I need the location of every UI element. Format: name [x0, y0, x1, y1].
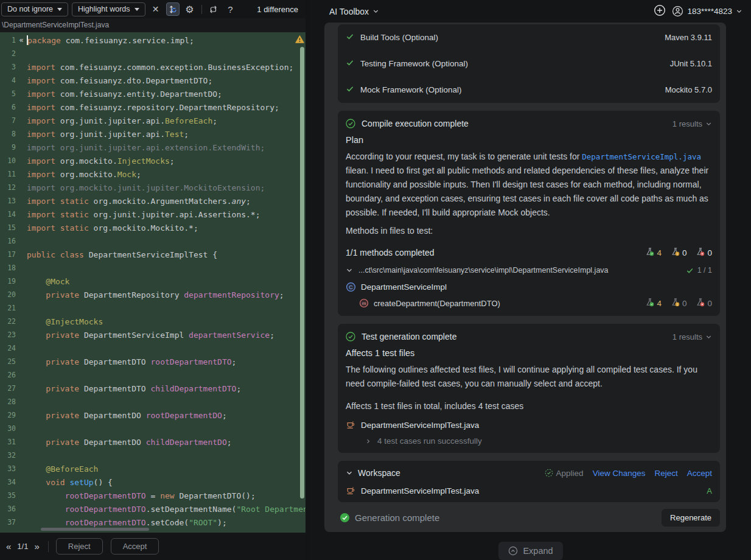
class-row[interactable]: C DepartmentServiceImpl — [346, 282, 712, 292]
line-number: 20 — [0, 290, 16, 299]
code-text: private DepartmentRepository departmentR… — [27, 290, 306, 299]
chevron-down-icon — [372, 8, 379, 15]
flask-warn-icon — [671, 247, 680, 258]
diff-bottom-bar: « 1/1 » Reject Accept — [0, 533, 306, 560]
workspace-title: Workspace — [358, 468, 400, 478]
next-difference-button[interactable]: » — [33, 541, 40, 552]
regenerate-button[interactable]: Regenerate — [662, 509, 720, 527]
code-line: 16 — [0, 234, 306, 248]
expand-label: Expand — [523, 546, 553, 556]
chevron-down-icon[interactable] — [346, 469, 353, 477]
workspace-accept-link[interactable]: Accept — [687, 469, 712, 478]
testgen-summary: Affects 1 test files in total, includes … — [346, 401, 712, 411]
inspection-warning-icon[interactable] — [295, 35, 304, 46]
code-text: public class DepartmentServiceImplTest { — [27, 250, 306, 259]
env-label: Mock Framework (Optional) — [360, 85, 462, 94]
applied-status: Applied — [545, 469, 584, 478]
compile-results-dropdown[interactable]: 1 results — [672, 119, 712, 128]
reject-button[interactable]: Reject — [56, 538, 103, 555]
env-value: Mockito 5.7.0 — [665, 85, 712, 94]
accept-button[interactable]: Accept — [111, 538, 159, 555]
diff-pane: Do not ignore Highlight words ✕ ⚙ — [0, 0, 306, 560]
ai-toolbox-header: AI Toolbox — [310, 0, 751, 23]
code-line: 26 — [0, 368, 306, 382]
check-icon — [346, 85, 354, 95]
run-status-row[interactable]: 4 test cases run successfully — [346, 436, 712, 446]
code-text: @BeforeEach — [27, 464, 306, 474]
line-number: 13 — [0, 197, 16, 205]
sync-scroll-icon[interactable] — [166, 2, 180, 16]
account-menu[interactable]: 183****4823 — [672, 5, 742, 17]
method-row[interactable]: m createDepartment(DepartmentDTO) 400 — [346, 298, 712, 309]
code-text: rootDepartmentDTO.setCode("ROOT"); — [27, 518, 306, 527]
code-line: 21 — [0, 301, 306, 315]
code-line: 9import org.junit.jupiter.api.extension.… — [0, 141, 306, 154]
help-icon[interactable]: ? — [224, 2, 237, 16]
file-link[interactable]: DepartmentServiceImpl.java — [582, 152, 701, 161]
status-check-icon — [346, 119, 355, 128]
test-badge-warn: 0 — [671, 247, 687, 258]
code-line: 34 void setUp() { — [0, 475, 306, 489]
file-row[interactable]: ...ct\src\main\java\com\feisuanyz\servic… — [346, 266, 712, 275]
code-line: 12import org.mockito.junit.jupiter.Mocki… — [0, 181, 306, 194]
code-line: 4import com.feisuanyz.dto.DepartmentDTO; — [0, 74, 306, 87]
expand-button[interactable]: Expand — [498, 542, 562, 560]
horizontal-scrollbar-thumb[interactable] — [41, 528, 149, 531]
ai-toolbox-menu[interactable]: AI Toolbox — [329, 7, 379, 16]
line-number: 12 — [0, 183, 16, 192]
testgen-results-dropdown[interactable]: 1 results — [672, 332, 712, 341]
java-file-icon — [346, 486, 355, 495]
code-text: import org.junit.jupiter.api.BeforeEach; — [27, 116, 306, 125]
prev-difference-button[interactable]: « — [5, 541, 12, 552]
code-line: 35 rootDepartmentDTO = new DepartmentDTO… — [0, 489, 306, 502]
line-number: 7 — [0, 116, 16, 125]
line-number: 29 — [0, 411, 16, 419]
affects-heading: Affects 1 test files — [346, 348, 712, 358]
testgen-results-label: 1 results — [672, 332, 702, 341]
code-text: import org.junit.jupiter.api.extension.E… — [27, 143, 306, 152]
code-line: 31 private DepartmentDO childDepartmentD… — [0, 435, 306, 449]
ignore-policy-dropdown[interactable]: Do not ignore — [1, 2, 68, 16]
code-line: 7import org.junit.jupiter.api.BeforeEach… — [0, 114, 306, 127]
env-row: Mock Framework (Optional)Mockito 5.7.0 — [338, 77, 720, 103]
swap-sides-icon[interactable] — [207, 2, 220, 16]
fold-marker-icon[interactable]: « — [16, 36, 27, 44]
swap-sides-glyph — [208, 4, 218, 15]
code-editor[interactable]: 1«package com.feisuanyz.service.impl;23i… — [0, 32, 306, 533]
pane-divider[interactable] — [306, 0, 310, 560]
view-changes-link[interactable]: View Changes — [593, 469, 646, 478]
line-number: 2 — [0, 49, 16, 58]
env-label: Testing Framework (Optional) — [360, 59, 468, 68]
badge-count: 0 — [682, 299, 687, 308]
workspace-reject-link[interactable]: Reject — [654, 469, 677, 478]
code-text: package com.feisuanyz.service.impl; — [27, 35, 306, 45]
status-check-icon — [346, 332, 355, 341]
compile-results-label: 1 results — [672, 119, 702, 128]
applied-label: Applied — [556, 469, 584, 478]
code-text: private DepartmentServiceImpl department… — [27, 331, 306, 340]
line-number: 31 — [0, 438, 16, 446]
line-number: 15 — [0, 223, 16, 232]
gear-icon[interactable]: ⚙ — [183, 2, 197, 16]
collapse-icon[interactable]: ✕ — [149, 2, 162, 16]
success-check-icon — [340, 513, 350, 523]
code-line: 10import org.mockito.InjectMocks; — [0, 154, 306, 167]
line-number: 35 — [0, 491, 16, 500]
line-number: 34 — [0, 478, 16, 486]
workspace-card: Workspace Applied View Changes Reject Ac… — [338, 461, 720, 502]
vertical-scrollbar-thumb[interactable] — [300, 47, 304, 499]
code-line: 30 — [0, 422, 306, 435]
code-line: 17public class DepartmentServiceImplTest… — [0, 248, 306, 261]
ai-toolbox-title: AI Toolbox — [329, 7, 369, 16]
code-line: 20 private DepartmentRepository departme… — [0, 288, 306, 301]
sync-scroll-glyph — [167, 4, 178, 15]
check-icon — [346, 58, 354, 69]
add-button[interactable] — [654, 4, 666, 19]
test-badge-pass: 4 — [645, 247, 662, 258]
code-text: private DepartmentDO childDepartmentDO; — [27, 438, 306, 447]
class-name: DepartmentServiceImpl — [361, 282, 447, 292]
test-file-row[interactable]: DepartmentServiceImplTest.java — [346, 420, 712, 430]
workspace-file-row[interactable]: DepartmentServiceImplTest.java A — [346, 486, 712, 495]
highlight-mode-dropdown[interactable]: Highlight words — [72, 2, 145, 16]
code-line: 37 rootDepartmentDTO.setCode("ROOT"); — [0, 516, 306, 529]
